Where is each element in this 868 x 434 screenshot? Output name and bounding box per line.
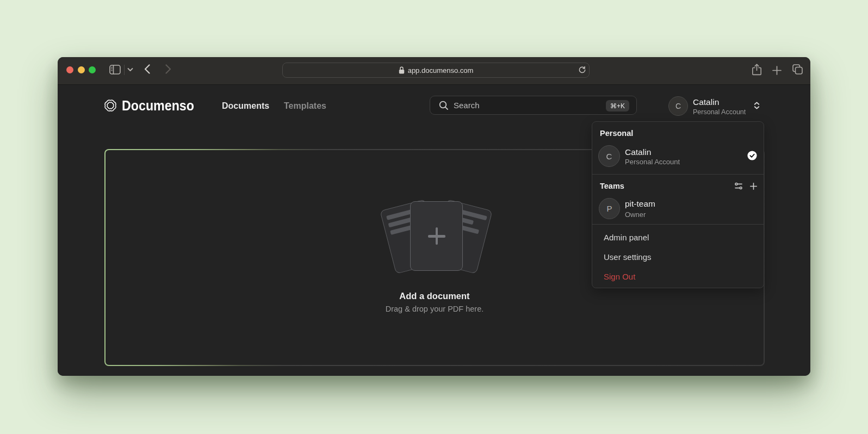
svg-text:Documenso: Documenso: [122, 98, 194, 114]
